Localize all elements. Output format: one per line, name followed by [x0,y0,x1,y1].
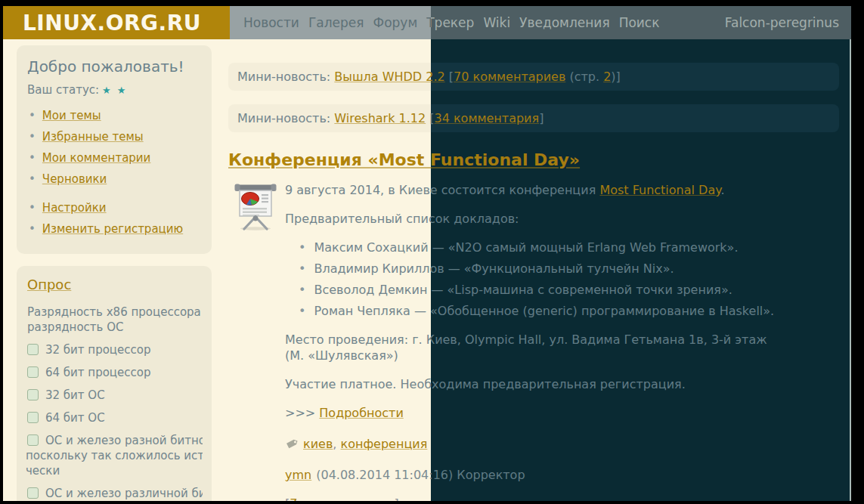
sidebar-list-item: •Мои комментарии [29,151,203,165]
sidebar-list-item: •Мои темы [29,109,203,122]
poll-question-line: разрядность ОС [27,320,203,335]
poll-option-3: 64 бит ОС [26,410,203,425]
sidebar-list-item: •Изменить регистрацию [29,222,203,236]
bullet-icon: • [29,151,36,165]
bullet-icon: • [29,130,36,144]
poll-option-0: 32 бит процессор [26,342,203,357]
article-participation: Участие платное. Необходима предваритель… [285,376,784,392]
mini-news-list: Мини-новость: Вышла WHDD 2.2 [70 коммент… [228,63,839,132]
article-list-label: Предварительный список докладов: [285,211,784,227]
status-stars-icon: ★ ★ [102,85,127,96]
bullet-icon: • [29,201,36,215]
tag-link[interactable]: конференция [341,437,428,451]
nav-item-5[interactable]: Уведомления [519,15,610,30]
sidebar-list-item: •Избранные темы [29,130,203,144]
welcome-panel: Добро пожаловать! Ваш статус:★ ★ •Мои те… [17,45,212,254]
mini-news-link[interactable]: 70 комментариев [454,70,565,84]
poll-option-line: ОС и железо разной битности [26,433,203,448]
bullet-icon: • [29,109,36,122]
site-header: LINUX.ORG.RU НовостиГалереяФорумТрекерWi… [3,6,851,39]
details-prefix: >>> [285,406,315,420]
poll-checkbox[interactable] [27,389,39,400]
mini-news-text: [ [426,111,434,125]
author-link[interactable]: ymn [285,468,311,482]
nav-item-1[interactable]: Галерея [308,15,364,30]
page-body: Добро пожаловать! Ваш статус:★ ★ •Мои те… [3,39,851,501]
talk-item: Максим Сохацкий — «N2O самый мощный Erla… [299,240,784,255]
sidebar-link[interactable]: Избранные темы [42,130,144,144]
article-inline-link[interactable]: Most Functional Day [599,183,720,197]
tag-icon [285,438,298,450]
mini-news-bar-1: Мини-новость: Wireshark 1.12 [34 коммент… [228,104,839,132]
mini-news-link[interactable]: Вышла WHDD 2.2 [334,70,444,84]
nav-item-4[interactable]: Wiki [483,15,510,30]
username-link[interactable]: Falcon-peregrinus [725,15,839,30]
sidebar-link[interactable]: Настройки [42,201,107,215]
poll-option-line: 64 бит процессор [26,365,203,380]
status-line: Ваш статус:★ ★ [27,83,203,97]
mini-news-text: Мини-новость: [237,70,334,84]
window-frame: LINUX.ORG.RU НовостиГалереяФорумТрекерWi… [0,0,864,504]
sidebar-link[interactable]: Черновики [42,172,107,186]
comments-link[interactable]: 7 комментариев [290,496,394,501]
talk-item: Роман Чепляка — «Обобщенное (generic) пр… [299,303,784,319]
talks-list: Максим Сохацкий — «N2O самый мощный Erla… [285,240,784,319]
nav-item-3[interactable]: Трекер [426,15,474,30]
article-title: Конференция «Most Functional Day» [228,150,839,169]
presentation-board-icon [234,184,277,230]
article-title-link[interactable]: Конференция «Most Functional Day» [228,150,580,169]
sidebar-list-item: •Настройки [29,201,203,215]
talk-item: Владимир Кириллов — «Функциональный тулч… [299,261,784,277]
nav-item-0[interactable]: Новости [243,15,299,30]
poll-option-label: 32 бит ОС [45,388,105,402]
sidebar: Добро пожаловать! Ваш статус:★ ★ •Мои те… [17,45,212,501]
nav-item-6[interactable]: Поиск [619,15,660,30]
poll-option-5: ОС и железо различной битно-сти поскольк… [26,486,203,501]
poll-checkbox[interactable] [27,366,39,378]
mini-news-text: (стр. [565,70,603,84]
poll-option-label: 64 бит ОС [45,411,105,425]
details-link[interactable]: Подробности [319,406,403,420]
tag-link[interactable]: киев [303,437,333,451]
site-logo[interactable]: LINUX.ORG.RU [3,6,230,39]
mini-news-text: [ [445,70,454,84]
article-intro-text: . [720,183,724,197]
mini-news-text: )] [611,70,620,84]
mini-news-link[interactable]: 34 комментария [434,111,539,125]
poll-option-line: 32 бит процессор [26,342,203,357]
browser-viewport: LINUX.ORG.RU НовостиГалереяФорумТрекерWi… [3,6,851,501]
poll-option-2: 32 бит ОС [26,388,203,403]
sidebar-link[interactable]: Мои темы [42,109,101,122]
mini-news-text: ] [539,111,543,125]
tags-row: киев, конференция [285,436,784,452]
poll-checkbox[interactable] [27,434,39,446]
poll-option-line: 32 бит ОС [26,388,203,403]
sidebar-list-item: •Черновики [29,172,203,186]
poll-checkbox[interactable] [27,487,39,499]
comments-row: [7 комментариев] [285,496,784,501]
poll-question: Разрядность x86 процессора иразрядность … [27,305,203,335]
poll-options: 32 бит процессор64 бит процессор32 бит О… [26,342,203,501]
poll-checkbox[interactable] [27,344,39,355]
poll-option-line: 64 бит ОС [26,410,203,425]
tag-links: киев, конференция [303,436,427,452]
poll-option-label: ОС и железо различной битно- [45,487,203,500]
comments-close-bracket: ] [394,496,398,501]
mini-news-text: Мини-новость: [237,111,334,125]
mini-news-link[interactable]: 2 [603,70,611,84]
details-row: >>> Подробности [285,405,784,421]
article-body: 9 августа 2014, в Киеве состоится конфер… [285,182,784,501]
mini-news-link[interactable]: Wireshark 1.12 [334,111,426,125]
poll-option-label: ОС и железо разной битности [45,434,203,447]
nav-item-2[interactable]: Форум [373,15,418,30]
article-venue: Место проведения: г. Киев, Olympic Hall,… [285,332,784,363]
sidebar-link[interactable]: Изменить регистрацию [42,222,183,236]
sidebar-link[interactable]: Мои комментарии [42,151,151,165]
bullet-icon: • [29,222,36,236]
poll-panel: Опрос Разрядность x86 процессора иразряд… [17,266,212,501]
poll-option-label: 64 бит процессор [45,366,151,379]
article-intro: 9 августа 2014, в Киеве состоится конфер… [285,182,784,198]
poll-checkbox[interactable] [27,412,39,423]
main-nav: НовостиГалереяФорумТрекерWikiУведомления… [230,6,851,39]
poll-title-link[interactable]: Опрос [27,277,71,292]
